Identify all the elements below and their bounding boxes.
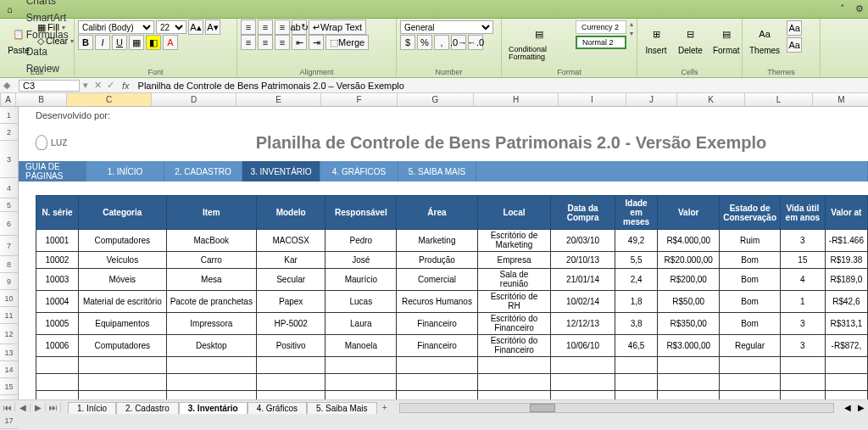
cell[interactable]: 1 (781, 291, 826, 313)
format-button[interactable]: ▤Format (709, 20, 743, 57)
fill-color-button[interactable]: ◧ (146, 35, 161, 50)
dec-inc-button[interactable]: .0→ (451, 35, 466, 50)
cond-format-button[interactable]: ▤ Conditional Formatting (505, 20, 572, 63)
insert-button[interactable]: ⊞Insert (641, 20, 671, 57)
cell[interactable] (166, 374, 256, 391)
sheet-tab[interactable]: 5. Saiba Mais (307, 402, 377, 414)
cell[interactable]: 10003 (36, 269, 79, 291)
row-header-17[interactable]: 17 (0, 412, 18, 429)
cell[interactable] (256, 374, 325, 391)
cell[interactable]: 3,8 (615, 313, 657, 335)
cell[interactable]: Computadores (78, 230, 166, 252)
cell[interactable]: 3 (781, 230, 826, 252)
ribbon-min-icon[interactable]: ˄ (834, 3, 851, 14)
nav-item-4[interactable]: 5. SAIBA MAIS (398, 161, 476, 181)
cell[interactable]: Positivo (256, 335, 325, 357)
cell[interactable]: Desktop (166, 335, 256, 357)
ribbon-tab-charts[interactable]: Charts (14, 0, 81, 9)
cell[interactable]: 3 (781, 335, 826, 357)
cell[interactable] (720, 374, 781, 391)
row-header-3[interactable]: 3 (0, 141, 18, 178)
cell[interactable]: Kar (256, 252, 325, 269)
scroll-right-icon[interactable]: ▶ (854, 403, 868, 412)
cell[interactable] (36, 374, 79, 391)
cell[interactable] (615, 374, 657, 391)
fx-icon[interactable]: fx (117, 81, 135, 91)
column-header-D[interactable]: D (152, 93, 236, 106)
grow-font-button[interactable]: A▴ (188, 20, 203, 35)
cell[interactable] (166, 357, 256, 374)
nav-item-0[interactable]: 1. INÍCIO (86, 161, 164, 181)
cell[interactable]: Financeiro (397, 313, 477, 335)
cell[interactable] (477, 374, 551, 391)
cell[interactable]: MacBook (166, 230, 256, 252)
underline-button[interactable]: U (112, 35, 127, 50)
cell[interactable]: Mesa (166, 269, 256, 291)
border-button[interactable]: ▦ (129, 35, 144, 50)
tab-nav-next[interactable]: ▶ (31, 403, 46, 412)
cell[interactable] (615, 357, 657, 374)
cell[interactable]: R$4.000,00 (658, 230, 720, 252)
cell[interactable]: 2,4 (615, 269, 657, 291)
cell[interactable] (658, 374, 720, 391)
align-top-button[interactable]: ≡ (241, 20, 256, 35)
cell[interactable]: R$19.38 (825, 252, 867, 269)
currency-button[interactable]: $ (400, 35, 415, 50)
sheet-tab[interactable]: 4. Gráficos (248, 402, 307, 414)
cell[interactable]: Material de escritório (78, 291, 166, 313)
indent-inc-button[interactable]: ⇥ (309, 35, 324, 50)
theme-fonts-button[interactable]: Aa (787, 37, 802, 53)
row-header-4[interactable]: 4 (0, 178, 18, 198)
cell[interactable] (825, 357, 867, 374)
style-currency[interactable]: Currency 2 (576, 20, 626, 34)
cell[interactable] (256, 357, 325, 374)
row-header-2[interactable]: 2 (0, 124, 18, 141)
cell[interactable]: 20/03/10 (551, 230, 615, 252)
cell[interactable]: -R$1.466 (825, 230, 867, 252)
cell[interactable] (326, 357, 397, 374)
cell[interactable]: R$189,0 (825, 269, 867, 291)
bold-button[interactable]: B (78, 35, 93, 50)
help-icon[interactable]: ⚙ (851, 3, 868, 14)
comma-button[interactable]: , (434, 35, 449, 50)
cell[interactable]: Secular (256, 269, 325, 291)
cell[interactable]: 12/12/13 (551, 313, 615, 335)
cell[interactable] (397, 357, 477, 374)
row-header-12[interactable]: 12 (0, 324, 18, 344)
cell[interactable]: Equipamentos (78, 313, 166, 335)
cell[interactable]: Escritório deRH (477, 291, 551, 313)
cell[interactable] (78, 357, 166, 374)
cell[interactable] (551, 357, 615, 374)
nav-item-2[interactable]: 3. INVENTÁRIO (242, 161, 320, 181)
cell[interactable] (551, 374, 615, 391)
align-left-button[interactable]: ≡ (241, 35, 256, 50)
orientation-button[interactable]: ab↻ (292, 20, 307, 35)
row-header-15[interactable]: 15 (0, 378, 18, 395)
cell[interactable]: R$3.000,00 (658, 335, 720, 357)
column-header-M[interactable]: M (813, 93, 868, 106)
scroll-left-icon[interactable]: ◀ (841, 403, 854, 412)
sheet-tab[interactable]: 2. Cadastro (116, 402, 179, 414)
font-name-select[interactable]: Calibri (Body) (78, 20, 154, 34)
cell[interactable]: Bom (720, 269, 781, 291)
sheet-tab[interactable]: 3. Inventário (179, 402, 248, 414)
row-header-13[interactable]: 13 (0, 344, 18, 361)
cell[interactable]: R$313,1 (825, 313, 867, 335)
cell[interactable]: Produção (397, 252, 477, 269)
align-bot-button[interactable]: ≡ (275, 20, 290, 35)
cell[interactable]: 21/01/14 (551, 269, 615, 291)
fx-cancel-icon[interactable]: ✕ (92, 80, 104, 91)
tab-nav-last[interactable]: ⏭ (46, 403, 61, 412)
fill-button[interactable]: ▦ Fill▾ (37, 20, 74, 34)
cell[interactable]: Computadores (78, 335, 166, 357)
cell[interactable]: 10/02/14 (551, 291, 615, 313)
cell[interactable]: 46,5 (615, 335, 657, 357)
style-scroll-up[interactable]: ▴ (630, 20, 633, 28)
cell[interactable]: Papex (256, 291, 325, 313)
cell[interactable]: Bom (720, 313, 781, 335)
column-header-K[interactable]: K (677, 93, 745, 106)
style-scroll-down[interactable]: ▾ (630, 30, 633, 37)
cell[interactable]: 10006 (36, 335, 79, 357)
cell[interactable]: Maurício (326, 269, 397, 291)
number-format-select[interactable]: General (400, 20, 493, 34)
